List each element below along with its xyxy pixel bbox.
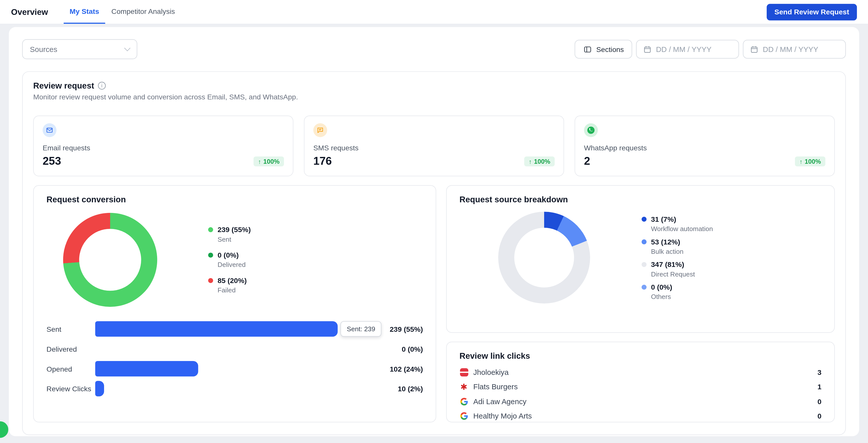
main-panel: Sources Sections <box>9 27 859 436</box>
info-icon[interactable] <box>98 81 106 89</box>
legend-label: Bulk action <box>651 247 713 255</box>
click-count: 0 <box>817 412 822 420</box>
topbar: Overview My Stats Competitor Analysis Se… <box>0 0 868 24</box>
legend-label: Delivered <box>217 261 251 269</box>
charts-row: Request conversion 239 (55%) <box>33 185 835 422</box>
legend-value: 0 (0%) <box>217 251 239 259</box>
section-subtitle: Monitor review request volume and conver… <box>33 93 835 101</box>
conversion-donut-chart <box>63 213 157 307</box>
yelp-icon <box>460 382 468 391</box>
click-count: 1 <box>817 383 822 391</box>
donut-hole <box>514 228 574 287</box>
bar-label: Review Clicks <box>46 384 95 393</box>
sms-icon <box>313 123 327 137</box>
sources-select-label: Sources <box>30 45 57 54</box>
legend-item: 0 (0%) Delivered <box>208 251 251 269</box>
legend-dot <box>642 216 647 222</box>
legend-item: 85 (20%) Failed <box>208 276 251 294</box>
stat-card-whatsapp-requests: WhatsApp requests 2 100% <box>575 115 835 176</box>
sections-button-label: Sections <box>596 45 624 54</box>
bar-value: 102 (24%) <box>374 365 423 373</box>
change-value: 100% <box>534 158 550 165</box>
business-name: Flats Burgers <box>473 383 518 391</box>
change-badge: 100% <box>254 156 284 166</box>
tab-my-stats[interactable]: My Stats <box>63 0 105 24</box>
card-title: Review link clicks <box>460 351 822 360</box>
sections-button[interactable]: Sections <box>575 40 632 59</box>
sources-select[interactable]: Sources <box>22 39 137 59</box>
request-conversion-card: Request conversion 239 (55%) <box>33 185 436 422</box>
request-source-breakdown-card: Request source breakdown 31 (7 <box>446 185 835 333</box>
calendar-icon <box>749 45 758 54</box>
list-item: Jholoekiya 3 <box>460 365 822 379</box>
bar-track <box>95 381 374 396</box>
stat-value: 176 <box>313 155 332 168</box>
legend-dot <box>208 278 213 283</box>
bar-row-opened: Opened 102 (24%) <box>46 361 423 376</box>
legend-value: 85 (20%) <box>217 276 247 285</box>
email-icon <box>43 123 57 137</box>
legend-value: 31 (7%) <box>651 215 676 223</box>
change-value: 100% <box>263 158 279 165</box>
legend-item: 347 (81%) Direct Request <box>642 260 713 278</box>
whatsapp-icon <box>584 123 598 137</box>
date-start-input[interactable]: DD / MM / YYYY <box>636 40 739 59</box>
legend-dot <box>208 227 213 232</box>
legend-label: Workflow automation <box>651 225 713 233</box>
arrow-up-icon <box>799 158 802 165</box>
page-title: Overview <box>11 0 48 24</box>
tab-bar: My Stats Competitor Analysis <box>63 0 181 24</box>
card-title: Request source breakdown <box>460 195 822 204</box>
date-end-input[interactable]: DD / MM / YYYY <box>743 40 846 59</box>
bar-row-delivered: Delivered 0 (0%) <box>46 341 423 356</box>
business-name: Adi Law Agency <box>473 397 527 406</box>
stat-label: WhatsApp requests <box>584 144 825 152</box>
change-badge: 100% <box>524 156 555 166</box>
source-legend: 31 (7%) Workflow automation 53 (12%) <box>642 215 713 301</box>
google-icon <box>460 412 468 420</box>
legend-dot <box>642 239 647 244</box>
business-name: Healthy Mojo Arts <box>473 412 532 420</box>
stat-value: 253 <box>43 155 61 168</box>
card-title: Request conversion <box>46 195 423 204</box>
stat-label: Email requests <box>43 144 284 152</box>
legend-value: 0 (0%) <box>651 283 672 291</box>
stats-row: Email requests 253 100% <box>33 115 835 176</box>
bar-label: Opened <box>46 365 95 373</box>
bar-row-sent: Sent Sent: 239 239 (55%) <box>46 321 423 337</box>
chevron-down-icon <box>124 45 131 51</box>
source-donut-chart <box>498 212 590 304</box>
list-item: Flats Burgers 1 <box>460 379 822 394</box>
conversion-legend: 239 (55%) Sent 0 (0%) Delivered <box>208 226 251 294</box>
bar-label: Sent <box>46 325 95 333</box>
legend-item: 31 (7%) Workflow automation <box>642 215 713 232</box>
arrow-up-icon <box>258 158 261 165</box>
tab-competitor-analysis[interactable]: Competitor Analysis <box>105 0 181 24</box>
review-request-section: Review request Monitor review request vo… <box>22 71 846 435</box>
legend-label: Direct Request <box>651 270 713 278</box>
business-name: Jholoekiya <box>473 368 509 376</box>
date-start-placeholder: DD / MM / YYYY <box>656 45 712 54</box>
section-title: Review request <box>33 81 94 90</box>
bar-value: 0 (0%) <box>374 345 423 353</box>
filter-row: Sources Sections <box>22 39 846 59</box>
arrow-up-icon <box>529 158 532 165</box>
legend-value: 347 (81%) <box>651 260 684 268</box>
change-value: 100% <box>805 158 821 165</box>
bar-label: Delivered <box>46 345 95 353</box>
legend-label: Others <box>651 293 713 301</box>
send-review-request-button[interactable]: Send Review Request <box>767 3 857 20</box>
click-count: 3 <box>817 368 822 376</box>
stat-card-email-requests: Email requests 253 100% <box>33 115 293 176</box>
dashboard-page: Overview My Stats Competitor Analysis Se… <box>0 0 868 443</box>
stat-label: SMS requests <box>313 144 555 152</box>
list-item: Adi Law Agency 0 <box>460 394 822 409</box>
review-link-clicks-card: Review link clicks Jholoekiya 3 Flats Bu… <box>446 342 835 422</box>
stat-value: 2 <box>584 155 590 168</box>
zomato-icon <box>460 368 468 377</box>
calendar-icon <box>643 45 651 54</box>
bar-value: 239 (55%) <box>374 325 423 333</box>
bar-fill <box>95 381 104 396</box>
change-badge: 100% <box>795 156 825 166</box>
legend-label: Failed <box>217 286 251 294</box>
